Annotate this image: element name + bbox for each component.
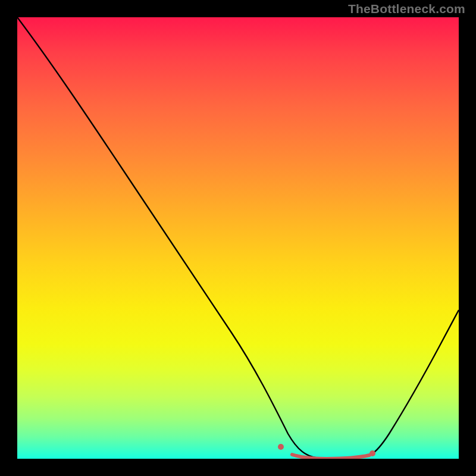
bottleneck-curve (17, 17, 459, 458)
plot-area (17, 17, 459, 459)
range-end-marker (369, 450, 375, 456)
chart-frame: TheBottleneck.com (0, 0, 476, 476)
range-start-marker (278, 444, 284, 450)
optimal-range-segment (292, 455, 369, 459)
curve-layer (17, 17, 459, 459)
watermark-text: TheBottleneck.com (348, 2, 465, 16)
